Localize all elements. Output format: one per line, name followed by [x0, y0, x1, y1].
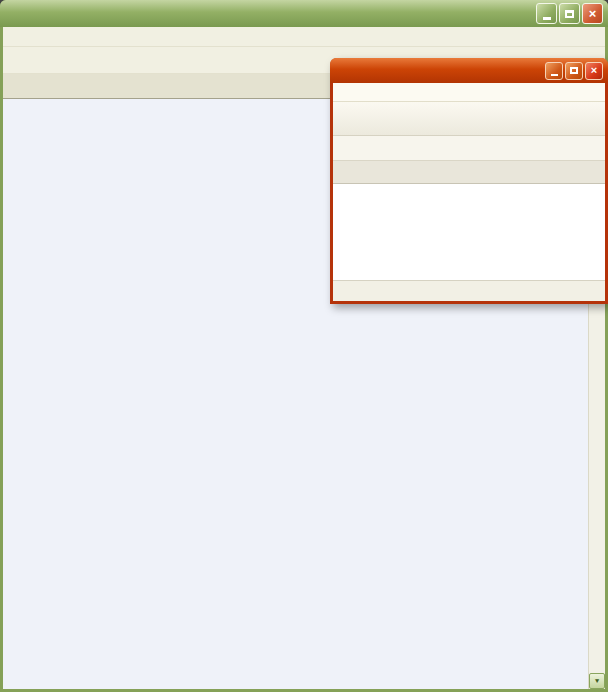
minimize-glyph — [543, 17, 551, 20]
firefox-tabbar — [333, 161, 605, 184]
firefox-icon — [335, 63, 351, 79]
firefox-titlebar[interactable]: × — [330, 58, 608, 83]
firefox-window: × — [330, 58, 608, 304]
browser-viewport — [333, 184, 605, 280]
ff-minimize-button[interactable] — [545, 62, 563, 80]
ff-minimize-glyph — [551, 74, 558, 76]
ff-close-button[interactable]: × — [585, 62, 603, 80]
ff-restore-button[interactable] — [565, 62, 583, 80]
scroll-down-button[interactable]: ▼ — [589, 673, 605, 689]
ff-restore-glyph — [570, 67, 578, 74]
minimize-button[interactable] — [536, 3, 557, 24]
page-text — [333, 184, 605, 196]
maximize-button[interactable] — [559, 3, 580, 24]
firefox-bookmarks-bar — [333, 136, 605, 161]
desktop: × ▲ ▼ × — [0, 0, 608, 692]
ff-window-buttons: × — [545, 62, 603, 80]
firefox-navbar — [333, 102, 605, 136]
notepadpp-icon — [5, 6, 21, 22]
close-button[interactable]: × — [582, 3, 603, 24]
maximize-glyph — [565, 10, 574, 18]
npp-window-buttons: × — [536, 3, 603, 24]
notepadpp-titlebar[interactable]: × — [0, 0, 608, 27]
firefox-statusbar — [333, 280, 605, 301]
npp-menubar — [3, 27, 605, 47]
firefox-menubar — [333, 83, 605, 102]
ff-window-body — [333, 83, 605, 301]
